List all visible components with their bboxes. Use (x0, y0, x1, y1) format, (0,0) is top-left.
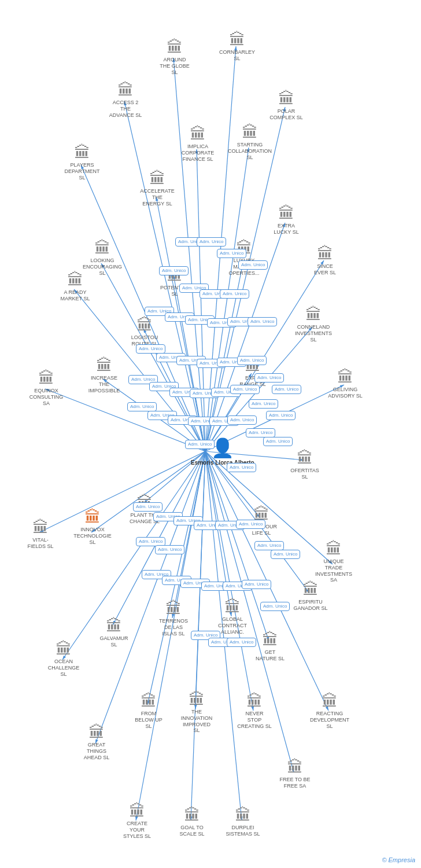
building-icon: 🏛 (94, 240, 110, 256)
company-node-equinox_consulting: 🏛EQUINOX CONSULTING SA (29, 370, 64, 406)
company-node-polar_complex: 🏛POLAR COMPLEX SL (269, 91, 304, 121)
svg-line-6 (205, 148, 249, 451)
adm-unico-box-2: Adm. Unico (217, 249, 246, 258)
company-label: IMPLICA CORPORATE FINANCE SL (182, 144, 214, 162)
adm-unico-box-49: Adm. Unico (155, 545, 184, 554)
building-icon: 🏛 (56, 641, 72, 657)
company-label: AROUND THE GLOBE SL (157, 57, 192, 75)
building-icon: 🏛 (38, 370, 54, 387)
adm-unico-box-28: Adm. Unico (249, 399, 278, 409)
company-label: DURPLEI SISTEMAS SL (226, 825, 260, 837)
adm-unico-box-46: Adm. Unico (254, 541, 284, 550)
adm-unico-box-20: Adm. Unico (254, 373, 284, 382)
building-icon: 🏛 (246, 693, 263, 709)
building-icon: 🏛 (149, 171, 165, 187)
company-label: THE INNOVATION IMPROVED SL (179, 709, 214, 734)
company-label: GLOBAL CONTRACT ALLIANC. (218, 616, 247, 635)
building-icon: 🏛 (106, 618, 122, 634)
svg-line-5 (197, 149, 205, 451)
adm-unico-box-35: Adm. Unico (227, 415, 257, 425)
company-label: CREATE YOUR STYLES SL (123, 821, 151, 839)
building-icon: 🏛 (32, 520, 49, 536)
adm-unico-box-56: Adm. Unico (260, 602, 290, 611)
company-node-starting_collab: 🏛STARTING COLLABORATION SL (232, 124, 267, 160)
company-node-implica_corporate: 🏛IMPLICA CORPORATE FINANCE SL (180, 126, 215, 162)
company-label: CONNELAND INVESTMENTS SL (295, 324, 332, 343)
adm-unico-box-38: Adm. Unico (185, 440, 215, 449)
company-node-logistou_route: 🏛LOGISTOU ROUTE SL (127, 317, 162, 347)
company-node-reacting_dev: 🏛REACTING DEVELOPMENT SL (312, 693, 347, 729)
adm-unico-box-1: Adm. Unico (197, 237, 226, 247)
company-node-conneland_invest: 🏛CONNELAND INVESTMENTS SL (296, 307, 331, 343)
person-icon: 👤 (211, 437, 234, 459)
company-label: ACCELERATE THE ENERGY SL (140, 188, 174, 207)
company-label: UNIQUE TRADE INVESTMENTS SA (315, 558, 352, 583)
building-icon: 🏛 (84, 509, 101, 525)
company-node-never_stop: 🏛NEVER STOP CREATING SL (237, 693, 272, 729)
company-node-durplei_sistemas: 🏛DURPLEI SISTEMAS SL (226, 807, 260, 837)
building-icon: 🏛 (297, 450, 313, 466)
company-node-since_ever: 🏛SINCE EVER SL (308, 246, 342, 276)
adm-unico-box-3: Adm. Unico (238, 260, 268, 270)
building-icon: 🏛 (326, 541, 342, 557)
building-icon: 🏛 (165, 601, 182, 617)
company-label: ACCESS 2 THE ADVANCE SL (109, 100, 142, 118)
adm-unico-box-45: Adm. Unico (236, 520, 265, 529)
building-icon: 🏛 (129, 803, 145, 819)
company-label: GOAL TO SCALE SL (179, 825, 204, 837)
company-label: OCEAN CHALLENGE SL (48, 659, 80, 677)
building-icon: 🏛 (117, 82, 134, 98)
company-label: A READY MARKET SL (61, 289, 90, 302)
adm-unico-box-29: Adm. Unico (266, 411, 296, 420)
company-label: GALVAMUR SL (97, 635, 131, 648)
company-label: VITAL- FIELDS SL (27, 537, 53, 550)
company-label: CORNBARLEY SL (219, 49, 255, 62)
company-node-players_dept: 🏛PLAYERS DEPARTMENT SL (65, 145, 99, 181)
building-icon: 🏛 (190, 126, 206, 142)
adm-unico-box-14: Adm. Unico (136, 344, 165, 354)
building-icon: 🏛 (262, 632, 278, 648)
company-node-unique_trade: 🏛UNIQUE TRADE INVESTMENTS SA (316, 541, 351, 583)
company-node-create_your_styles: 🏛CREATE YOUR STYLES SL (120, 803, 154, 839)
building-icon: 🏛 (322, 693, 338, 709)
building-icon: 🏛 (167, 39, 183, 56)
copyright-notice: © Empresia (382, 856, 415, 863)
building-icon: 🏛 (287, 759, 303, 775)
company-node-goal_to_scale: 🏛GOAL TO SCALE SL (175, 807, 209, 837)
adm-unico-box-37: Adm. Unico (263, 437, 293, 446)
company-node-geliving_advisory: 🏛GELIVING ADVISORY SL (328, 369, 363, 399)
company-label: PLAYERS DEPARTMENT SL (64, 162, 99, 181)
company-node-from_below_up: 🏛FROM BELOW UP SL (131, 693, 166, 729)
adm-unico-box-30: Adm. Unico (127, 402, 157, 411)
company-label: EQUINOX CONSULTING SA (29, 388, 64, 406)
building-icon: 🏛 (189, 692, 205, 708)
company-node-increase_impossible: 🏛INCREASE THE IMPOSSIBLE (87, 358, 121, 393)
company-node-cornbarley: 🏛CORNBARLEY SL (220, 32, 254, 62)
company-label: NEVER STOP CREATING SL (237, 711, 271, 729)
svg-line-29 (172, 451, 205, 618)
company-node-free_to_be_free: 🏛FREE TO BE FREE SA (278, 759, 312, 789)
company-label: OFERTITAS SL (287, 468, 322, 480)
adm-unico-box-40: Adm. Unico (133, 502, 163, 512)
building-icon: 🏛 (67, 272, 83, 288)
company-label: FROM BELOW UP SL (131, 711, 166, 729)
building-icon: 🏛 (278, 91, 294, 107)
company-node-get_nature: 🏛GET NATURE SL (253, 632, 287, 662)
building-icon: 🏛 (337, 369, 353, 385)
svg-line-30 (205, 451, 231, 616)
building-icon: 🏛 (136, 317, 153, 333)
company-node-looking_encouraging: 🏛LOOKING ENCOURAGING SL (85, 240, 120, 276)
building-icon: 🏛 (242, 124, 258, 141)
company-node-ofertitas: 🏛OFERTITAS SL (287, 450, 322, 480)
company-node-innovox_technologie: 🏛INNOVOX TECHNOLOGIE SL (75, 509, 110, 545)
adm-unico-box-59: Adm. Unico (227, 638, 256, 647)
building-icon: 🏛 (229, 32, 245, 48)
company-node-global_contract: 🏛GLOBAL CONTRACT ALLIANC. (215, 599, 250, 635)
company-label: INCREASE THE IMPOSSIBLE (88, 375, 120, 393)
network-graph: 👤 Esmoris Llorca Alberto © Empresia 🏛COR… (0, 0, 421, 868)
building-icon: 🏛 (317, 246, 333, 262)
company-node-great_things: 🏛GREAT THINGS AHEAD SL (79, 724, 114, 760)
company-label: EXTRA LUCKY SL (274, 223, 298, 236)
adm-unico-box-21: Adm. Unico (272, 385, 301, 394)
company-node-innovation_improved: 🏛THE INNOVATION IMPROVED SL (179, 692, 214, 734)
